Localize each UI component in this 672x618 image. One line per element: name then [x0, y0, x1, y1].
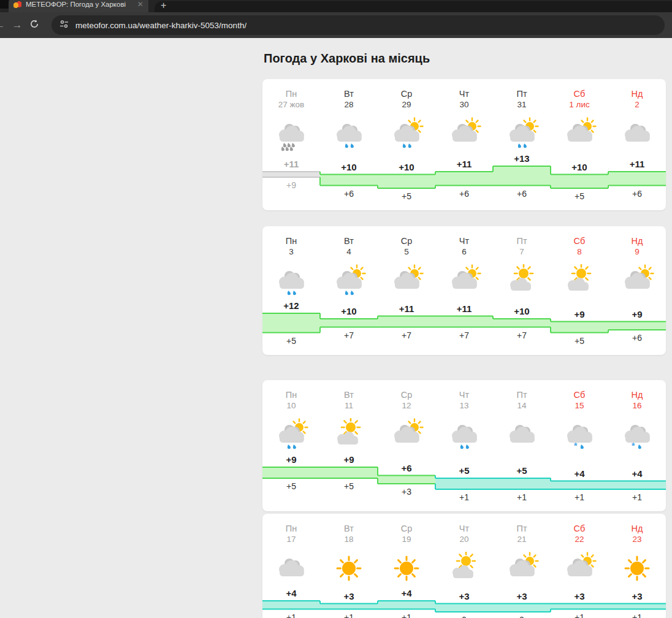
day-name: Сб	[551, 390, 608, 400]
day-column[interactable]: Нд9	[608, 236, 666, 299]
day-column[interactable]: Вт4	[320, 236, 378, 299]
svg-text:+1: +1	[344, 612, 354, 618]
sun-cloud-icon	[551, 117, 608, 151]
day-column[interactable]: Вт28	[320, 89, 378, 151]
svg-text:+7: +7	[344, 330, 354, 340]
day-column[interactable]: Нд2	[608, 89, 666, 151]
day-name: Вт	[320, 390, 378, 400]
day-date: 23	[608, 535, 666, 544]
day-column[interactable]: Чт30	[435, 89, 493, 151]
day-date: 30	[435, 100, 493, 110]
day-column[interactable]: Нд16*	[608, 390, 666, 452]
temperature-band-chart: +9+5+9+5+6+3+5+1+5+1+4+1+4+1	[262, 454, 666, 505]
day-column[interactable]: Ср19	[378, 524, 435, 586]
svg-text:+6: +6	[459, 189, 469, 199]
day-column[interactable]: Сб22	[551, 524, 608, 586]
day-column[interactable]: Пт7	[493, 236, 551, 299]
day-name: Вт	[320, 236, 378, 246]
sun-rain-icon	[320, 264, 378, 299]
site-favicon-icon	[13, 1, 21, 8]
day-date: 18	[320, 535, 378, 544]
day-column[interactable]: Ср12	[378, 390, 435, 452]
svg-text:+3: +3	[516, 590, 527, 601]
day-column[interactable]: Ср5	[378, 236, 435, 299]
svg-text:+5: +5	[286, 481, 296, 491]
day-column[interactable]: Вт18	[320, 524, 378, 586]
week-card: Пн17Вт18Ср19Чт20Пт21Сб22Нд23+4+1+3+1+4+1…	[262, 514, 666, 618]
day-column[interactable]: Пн17	[262, 524, 320, 586]
svg-text:+4: +4	[574, 468, 585, 478]
day-date: 17	[262, 535, 320, 544]
day-column[interactable]: Пт14	[493, 390, 551, 452]
day-date: 12	[378, 401, 435, 411]
day-date: 22	[551, 535, 608, 544]
day-column[interactable]: Пн10	[262, 390, 320, 452]
day-column[interactable]: Сб1 лис	[551, 89, 608, 151]
day-column[interactable]: Нд23	[608, 524, 666, 586]
day-name: Нд	[608, 524, 666, 534]
day-column[interactable]: Ср29	[378, 89, 435, 151]
day-date: 3	[262, 247, 320, 257]
rain-icon	[320, 117, 378, 151]
back-button-icon[interactable]: ←	[0, 19, 9, 31]
day-name: Ср	[378, 390, 435, 400]
chart-wrap: +11+9+10+6+10+5+11+6+13+6+10+5+11+6	[262, 153, 666, 204]
svg-text:+1: +1	[286, 612, 296, 618]
sleet-icon: *	[551, 418, 608, 452]
day-date: 21	[493, 535, 551, 544]
temperature-band-chart: +11+9+10+6+10+5+11+6+13+6+10+5+11+6	[262, 153, 666, 204]
browser-chrome: МЕТЕОФОР: Погода у Харкові ✕ + ← → meteo…	[0, 0, 672, 38]
sun-cloud-icon	[551, 552, 608, 586]
day-column[interactable]: Сб15*	[551, 390, 608, 452]
day-date: 19	[378, 535, 435, 544]
sun-cloud-icon	[608, 264, 666, 299]
day-column[interactable]: Чт6	[435, 236, 493, 299]
svg-text:+1: +1	[575, 612, 584, 618]
sun-icon	[608, 552, 666, 586]
day-name: Чт	[435, 236, 493, 246]
svg-text:+1: +1	[517, 492, 527, 502]
day-column[interactable]: Пн27 жов	[262, 89, 320, 151]
day-column[interactable]: Чт13	[435, 390, 493, 452]
day-date: 2	[608, 100, 666, 110]
days-grid: Пн10Вт11Ср12Чт13Пт14Сб15*Нд16*	[262, 390, 666, 452]
day-column[interactable]: Пт31	[493, 89, 551, 151]
week-card: Пн27 жовВт28Ср29Чт30Пт31Сб1 лисНд2+11+9+…	[262, 79, 666, 210]
day-name: Сб	[551, 236, 608, 246]
days-grid: Пн3Вт4Ср5Чт6Пт7Сб8Нд9	[262, 236, 666, 299]
forward-button-icon[interactable]: →	[9, 19, 26, 31]
day-name: Пн	[262, 236, 320, 246]
sun-icon	[378, 552, 435, 586]
day-column[interactable]: Чт20	[435, 524, 493, 586]
day-name: Ср	[378, 236, 435, 246]
sun-cloud-icon	[378, 418, 435, 452]
day-name: Вт	[320, 89, 378, 99]
reload-button-icon[interactable]	[26, 19, 43, 32]
day-date: 7	[493, 247, 551, 257]
svg-text:*: *	[632, 441, 635, 451]
browser-tab[interactable]: МЕТЕОФОР: Погода у Харкові ✕	[9, 0, 148, 12]
cloud-icon	[493, 418, 551, 452]
page-title: Погода у Харкові на місяць	[264, 52, 672, 66]
svg-text:+3: +3	[632, 590, 642, 601]
sun-cloud-icon	[493, 552, 551, 586]
new-tab-button[interactable]: +	[161, 0, 166, 11]
url-bar[interactable]: meteofor.com.ua/weather-kharkiv-5053/mon…	[52, 15, 665, 35]
svg-text:+11: +11	[630, 159, 645, 169]
svg-text:+9: +9	[286, 180, 296, 190]
day-date: 28	[320, 100, 378, 110]
day-name: Пн	[262, 390, 320, 400]
day-name: Нд	[608, 236, 666, 246]
day-column[interactable]: Пт21	[493, 524, 551, 586]
day-name: Чт	[435, 89, 493, 99]
week-card: Пн3Вт4Ср5Чт6Пт7Сб8Нд9+12+5+10+7+11+7+11+…	[262, 226, 666, 355]
day-column[interactable]: Вт11	[320, 390, 378, 452]
site-settings-icon[interactable]	[59, 19, 69, 32]
day-date: 1 лис	[551, 100, 608, 110]
rain-icon	[435, 418, 493, 452]
day-name: Ср	[378, 89, 435, 99]
day-column[interactable]: Пн3	[262, 236, 320, 299]
day-column[interactable]: Сб8	[551, 236, 608, 299]
svg-text:+10: +10	[341, 162, 356, 172]
svg-text:+3: +3	[343, 590, 354, 601]
